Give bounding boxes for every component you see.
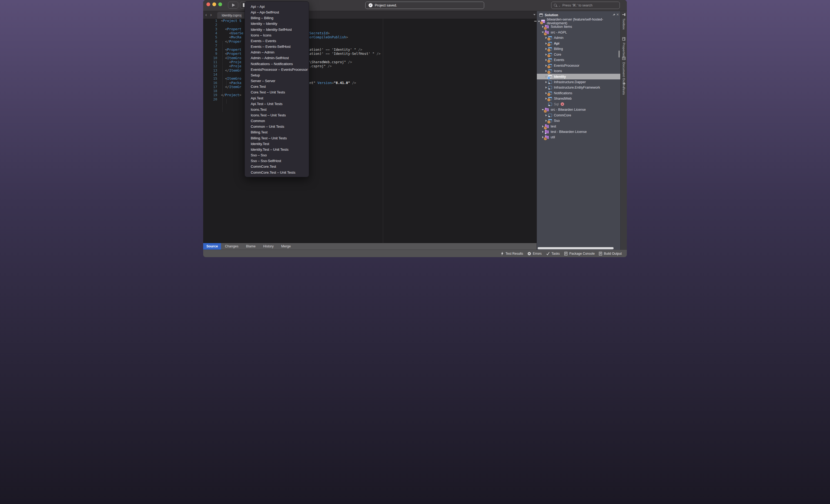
chevron-collapsed-icon[interactable]	[545, 87, 547, 89]
tree-item-api[interactable]: ···Api	[537, 41, 620, 46]
chevron-expanded-icon[interactable]	[542, 32, 544, 33]
chevron-expanded-icon[interactable]	[538, 21, 540, 22]
vc-tab-history[interactable]: History	[259, 243, 278, 249]
search-input[interactable]	[561, 3, 619, 7]
chevron-collapsed-icon[interactable]	[542, 125, 544, 128]
pin-icon[interactable]	[612, 13, 616, 17]
run-config-menu-item[interactable]: Events – Events-SelfHost	[245, 44, 309, 49]
tree-item-src-bitwarden-license[interactable]: ···src - Bitwarden License	[537, 107, 620, 112]
tree-item-test-bitwarden-license[interactable]: ✦test - Bitwarden License	[537, 129, 620, 135]
chevron-collapsed-icon[interactable]	[545, 42, 547, 44]
run-config-menu-item[interactable]: Billing.Test	[245, 129, 309, 135]
run-config-menu-item[interactable]: Icons.Test – Unit Tests	[245, 112, 309, 118]
tree-item-sharedweb[interactable]: ···SharedWeb	[537, 96, 620, 101]
tree-item-events[interactable]: ···Events	[537, 57, 620, 63]
chevron-collapsed-icon[interactable]	[545, 48, 547, 50]
chevron-collapsed-icon[interactable]	[545, 120, 547, 122]
run-config-menu-item[interactable]: Common	[245, 118, 309, 124]
run-config-menu-item[interactable]: CommCore.Test	[245, 164, 309, 169]
run-button[interactable]	[228, 2, 238, 9]
tree-item-bitwarden-server-feature-self-hosted-development[interactable]: ···bitwarden-server (feature/self-hosted…	[537, 19, 620, 24]
tree-item-billing[interactable]: ···Billing	[537, 46, 620, 52]
chevron-collapsed-icon[interactable]	[545, 92, 547, 94]
run-config-menu-item[interactable]: Notifications – Notifications	[245, 61, 309, 67]
tree-item-commcore[interactable]: ✦CommCore	[537, 112, 620, 118]
chevron-collapsed-icon[interactable]	[545, 37, 547, 39]
vc-tab-merge[interactable]: Merge	[278, 243, 294, 249]
tree-item-infrastructure-dapper[interactable]: ✦Infrastructure.Dapper	[537, 79, 620, 85]
run-config-menu-item[interactable]: EventsProcessor – EventsProcessor	[245, 67, 309, 72]
run-config-menu-item[interactable]: Api – Api-SelfHost	[245, 9, 309, 15]
run-config-menu-item[interactable]: Admin – Admin	[245, 49, 309, 55]
pad-tab-tests[interactable]: Tests	[620, 82, 627, 95]
chevron-collapsed-icon[interactable]	[545, 54, 547, 56]
statusbar-errors[interactable]: Errors	[528, 250, 542, 257]
chevron-collapsed-icon[interactable]	[545, 81, 547, 83]
window-minimize-button[interactable]	[212, 2, 216, 6]
tab-identity-csproj[interactable]: Identity.csproj	[217, 12, 246, 19]
navigate-forward-button[interactable]: ›	[210, 11, 212, 18]
tree-item-core[interactable]: ···Core	[537, 52, 620, 57]
run-config-menu-item[interactable]: Sso – Sso-SelfHost	[245, 158, 309, 164]
run-config-menu-item[interactable]: Common – Unit Tests	[245, 124, 309, 129]
chevron-collapsed-icon[interactable]	[545, 114, 547, 116]
vc-tab-blame[interactable]: Blame	[242, 243, 259, 249]
statusbar-tasks[interactable]: Tasks	[546, 250, 560, 257]
window-close-button[interactable]	[206, 2, 210, 6]
run-config-menu-item[interactable]: Api.Test	[245, 95, 309, 101]
run-config-menu-item[interactable]: Events – Events	[245, 38, 309, 44]
chevron-collapsed-icon[interactable]	[545, 98, 547, 100]
pad-tab-toolbox[interactable]: Toolbox	[620, 13, 627, 30]
chevron-collapsed-icon[interactable]	[542, 131, 544, 133]
run-config-menu-item[interactable]: Identity.Test	[245, 141, 309, 147]
tree-item-eventsprocessor[interactable]: ···EventsProcessor	[537, 63, 620, 68]
tree-item-sso[interactable]: ···Sso	[537, 118, 620, 124]
statusbar-build-output[interactable]: Build Output	[599, 250, 622, 257]
solution-horizontal-scrollbar[interactable]	[538, 247, 614, 249]
tree-item-infrastructure-entityframework[interactable]: ✦Infrastructure.EntityFramework	[537, 85, 620, 90]
statusbar-package-console[interactable]: Package Console	[564, 250, 595, 257]
run-config-menu-item[interactable]: Billing – Billing	[245, 15, 309, 21]
tree-item-util[interactable]: ···util	[537, 135, 620, 140]
run-config-menu-item[interactable]: Icons.Test	[245, 107, 309, 112]
run-config-menu-item[interactable]: Api – Api	[245, 4, 309, 9]
run-config-menu-item[interactable]: Admin – Admin-SelfHost	[245, 55, 309, 61]
run-config-menu-item[interactable]: Identity.Test – Unit Tests	[245, 147, 309, 152]
tab-overflow-chevron-icon[interactable]	[533, 14, 536, 15]
run-config-menu-item[interactable]: Identity – Identity	[245, 21, 309, 27]
vc-tab-source[interactable]: Source	[203, 243, 221, 249]
solution-vertical-scrollbar[interactable]	[618, 51, 620, 58]
tree-item-notifications[interactable]: ···Notifications	[537, 91, 620, 96]
tree-item-admin[interactable]: ···Admin	[537, 35, 620, 40]
window-zoom-button[interactable]	[218, 2, 222, 6]
tree-item-sql[interactable]: ✦Sql✕	[537, 102, 620, 107]
tree-item-solution-items[interactable]: ···Solution Items	[537, 24, 620, 29]
chevron-collapsed-icon[interactable]	[545, 76, 547, 78]
statusbar-test-results[interactable]: Test Results	[501, 250, 523, 257]
global-search-field[interactable]: ⌄	[551, 2, 620, 9]
tree-item-icons[interactable]: ···Icons	[537, 68, 620, 74]
run-config-menu-item[interactable]: Icons – Icons	[245, 32, 309, 38]
run-config-menu-item[interactable]: Identity – Identity-SelfHost	[245, 27, 309, 32]
run-config-menu-item[interactable]: Sso – Sso	[245, 152, 309, 158]
run-config-menu-item[interactable]: CommCore.Test – Unit Tests	[245, 170, 309, 175]
tree-item-identity[interactable]: ···Identity	[537, 74, 620, 79]
chevron-collapsed-icon[interactable]	[542, 136, 544, 138]
chevron-collapsed-icon[interactable]	[545, 65, 547, 67]
pad-tab-properties[interactable]: Properties	[620, 37, 627, 58]
run-config-menu-item[interactable]: Core.Test	[245, 84, 309, 90]
run-config-menu-item[interactable]: Core.Test – Unit Tests	[245, 90, 309, 95]
chevron-collapsed-icon[interactable]	[545, 70, 547, 72]
tree-item-src-agpl[interactable]: ···src - AGPL	[537, 30, 620, 35]
chevron-collapsed-icon[interactable]	[542, 26, 544, 28]
chevron-expanded-icon[interactable]	[542, 109, 544, 110]
vc-tab-changes[interactable]: Changes	[221, 243, 242, 249]
run-config-menu-item[interactable]: Billing.Test – Unit Tests	[245, 135, 309, 141]
run-config-menu-item[interactable]: Server – Server	[245, 78, 309, 84]
run-config-menu-item[interactable]: Setup	[245, 72, 309, 78]
navigate-back-button[interactable]: ‹	[205, 11, 207, 18]
chevron-collapsed-icon[interactable]	[545, 59, 547, 61]
tree-item-test[interactable]: ···test	[537, 124, 620, 129]
close-icon[interactable]: ✕	[616, 13, 619, 16]
run-config-menu-item[interactable]: Api.Test – Unit Tests	[245, 101, 309, 107]
